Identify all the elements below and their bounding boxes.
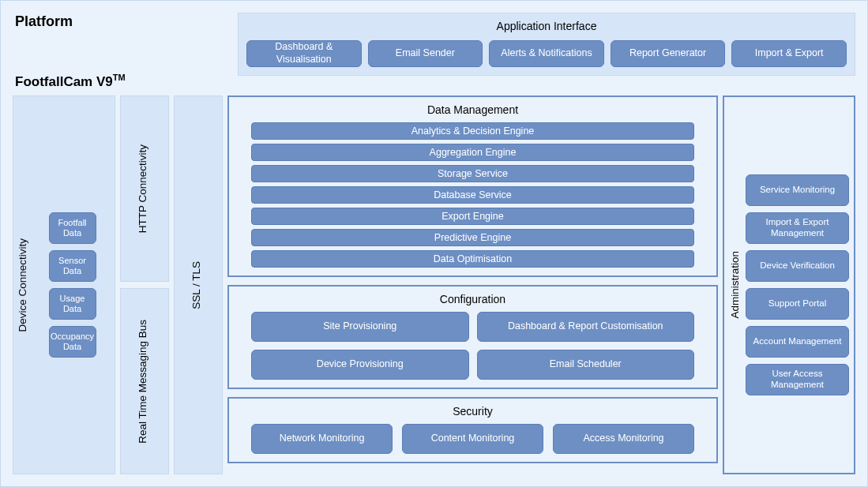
- http-connectivity-panel: HTTP Connectivity: [120, 96, 169, 282]
- main-row: Device Connectivity Footfall Data Sensor…: [13, 96, 855, 474]
- rtm-label: Real Time Messaging Bus: [137, 320, 148, 444]
- security-items: Network Monitoring Content Monitoring Ac…: [251, 424, 694, 454]
- connectivity-stack: HTTP Connectivity Real Time Messaging Bu…: [120, 96, 169, 474]
- administration-panel: Administration Service Monitoring Import…: [723, 96, 855, 474]
- security-item: Network Monitoring: [251, 424, 393, 454]
- device-connectivity-item: Usage Data: [49, 288, 96, 320]
- ssl-panel: SSL / TLS: [174, 96, 223, 474]
- app-interface-item: Email Sender: [368, 40, 483, 67]
- app-interface-item: Import & Export: [731, 40, 847, 67]
- rtm-panel: Real Time Messaging Bus: [120, 288, 169, 474]
- security-item: Access Monitoring: [553, 424, 694, 454]
- security-panel: Security Network Monitoring Content Moni…: [227, 397, 718, 463]
- configuration-item: Email Scheduler: [477, 350, 695, 380]
- data-management-item: Predictive Engine: [251, 229, 694, 246]
- application-interface-panel: Application Interface Dashboard & Visual…: [238, 13, 855, 76]
- http-connectivity-label: HTTP Connectivity: [137, 144, 148, 233]
- application-interface-title: Application Interface: [246, 20, 847, 32]
- administration-item: Support Portal: [746, 288, 849, 320]
- security-item: Content Monitoring: [402, 424, 543, 454]
- device-connectivity-item: Occupancy Data: [49, 326, 96, 358]
- data-management-item: Aggregation Engine: [251, 144, 694, 161]
- data-management-items: Analytics & Decision Engine Aggregation …: [251, 122, 694, 268]
- data-management-item: Storage Service: [251, 165, 694, 182]
- application-interface-items: Dashboard & Visualisation Email Sender A…: [246, 40, 847, 67]
- trademark: TM: [113, 73, 126, 82]
- security-title: Security: [237, 405, 708, 418]
- device-connectivity-item: Sensor Data: [49, 250, 96, 282]
- device-connectivity-item: Footfall Data: [49, 212, 96, 244]
- center-stack: Data Management Analytics & Decision Eng…: [227, 96, 718, 474]
- administration-label: Administration: [729, 251, 741, 319]
- configuration-item: Dashboard & Report Customisation: [477, 312, 695, 342]
- administration-item: Device Verification: [746, 250, 849, 282]
- device-connectivity-panel: Device Connectivity Footfall Data Sensor…: [13, 96, 115, 474]
- administration-item: Import & Export Management: [746, 212, 849, 244]
- configuration-title: Configuration: [237, 293, 708, 305]
- administration-item: Account Management: [746, 326, 849, 358]
- app-interface-item: Report Generator: [611, 40, 726, 67]
- device-connectivity-items: Footfall Data Sensor Data Usage Data Occ…: [33, 212, 111, 358]
- administration-items: Service Monitoring Import & Export Manag…: [746, 174, 849, 395]
- product-name: FootfallCam V9: [15, 74, 113, 89]
- data-management-item: Data Optimisation: [251, 250, 694, 268]
- data-management-item: Analytics & Decision Engine: [251, 122, 694, 140]
- configuration-panel: Configuration Site Provisioning Dashboar…: [227, 285, 718, 389]
- configuration-item: Device Provisioning: [251, 350, 469, 380]
- data-management-title: Data Management: [237, 103, 708, 116]
- administration-item: User Access Management: [746, 364, 849, 395]
- diagram-container: Platform FootfallCam V9TM Application In…: [0, 0, 868, 487]
- administration-item: Service Monitoring: [746, 174, 849, 206]
- configuration-items: Site Provisioning Dashboard & Report Cus…: [251, 312, 694, 380]
- configuration-item: Site Provisioning: [251, 312, 469, 342]
- data-management-item: Export Engine: [251, 208, 694, 225]
- ssl-label: SSL / TLS: [190, 261, 202, 309]
- data-management-panel: Data Management Analytics & Decision Eng…: [227, 96, 718, 277]
- app-interface-item: Dashboard & Visualisation: [246, 40, 362, 67]
- data-management-item: Database Service: [251, 186, 694, 204]
- device-connectivity-label: Device Connectivity: [17, 238, 28, 332]
- app-interface-item: Alerts & Notifications: [489, 40, 604, 67]
